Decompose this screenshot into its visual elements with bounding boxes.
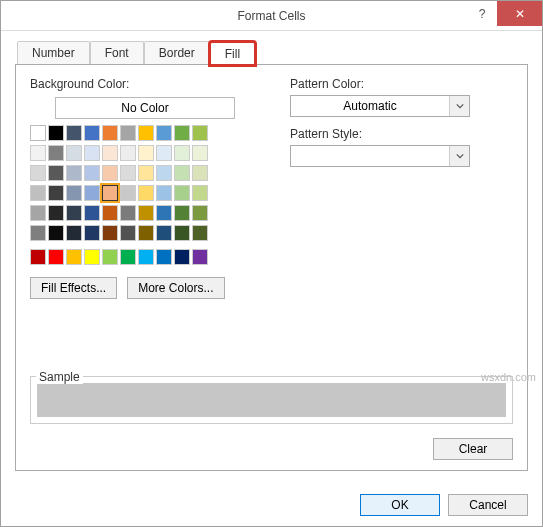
sample-fill [37, 383, 506, 417]
color-swatch[interactable] [156, 125, 172, 141]
color-swatch[interactable] [156, 165, 172, 181]
color-swatch[interactable] [156, 185, 172, 201]
color-swatch[interactable] [66, 249, 82, 265]
fill-effects-button[interactable]: Fill Effects... [30, 277, 117, 299]
color-swatch[interactable] [102, 205, 118, 221]
tab-font[interactable]: Font [90, 41, 144, 64]
color-swatch[interactable] [120, 145, 136, 161]
color-swatch[interactable] [84, 249, 100, 265]
color-swatch[interactable] [138, 145, 154, 161]
color-swatch[interactable] [102, 145, 118, 161]
fill-panel: Background Color: No Color Fill Effects.… [15, 65, 528, 471]
color-swatch-nocolor[interactable] [30, 125, 46, 141]
color-swatch[interactable] [120, 165, 136, 181]
color-swatch[interactable] [84, 185, 100, 201]
color-swatch[interactable] [138, 185, 154, 201]
dialog-buttons: OK Cancel [360, 494, 528, 516]
color-swatch[interactable] [192, 249, 208, 265]
clear-button[interactable]: Clear [433, 438, 513, 460]
color-swatch[interactable] [174, 125, 190, 141]
color-swatch[interactable] [192, 225, 208, 241]
color-swatch[interactable] [48, 125, 64, 141]
color-swatch[interactable] [30, 249, 46, 265]
window-title: Format Cells [237, 9, 305, 23]
color-swatch[interactable] [174, 145, 190, 161]
color-swatch[interactable] [174, 225, 190, 241]
close-button[interactable]: ✕ [497, 1, 542, 26]
color-swatch[interactable] [66, 125, 82, 141]
color-swatch[interactable] [66, 185, 82, 201]
color-swatch[interactable] [174, 249, 190, 265]
color-swatch[interactable] [120, 225, 136, 241]
color-swatch[interactable] [156, 205, 172, 221]
color-swatch[interactable] [102, 165, 118, 181]
theme-color-grid [30, 125, 260, 241]
pattern-color-combo[interactable]: Automatic [290, 95, 470, 117]
pattern-style-combo[interactable] [290, 145, 470, 167]
color-swatch[interactable] [66, 205, 82, 221]
tab-number[interactable]: Number [17, 41, 90, 64]
color-swatch[interactable] [138, 205, 154, 221]
color-swatch[interactable] [192, 205, 208, 221]
color-swatch[interactable] [84, 225, 100, 241]
titlebar: Format Cells ? ✕ [1, 1, 542, 31]
more-colors-button[interactable]: More Colors... [127, 277, 224, 299]
close-icon: ✕ [515, 7, 525, 21]
color-swatch[interactable] [30, 205, 46, 221]
color-swatch[interactable] [30, 185, 46, 201]
color-swatch[interactable] [156, 249, 172, 265]
color-swatch[interactable] [174, 165, 190, 181]
ok-button[interactable]: OK [360, 494, 440, 516]
color-swatch[interactable] [84, 205, 100, 221]
color-swatch[interactable] [84, 145, 100, 161]
background-color-section: Background Color: No Color Fill Effects.… [30, 77, 260, 299]
color-swatch[interactable] [192, 185, 208, 201]
cancel-button[interactable]: Cancel [448, 494, 528, 516]
color-swatch[interactable] [138, 125, 154, 141]
color-swatch[interactable] [120, 185, 136, 201]
color-swatch[interactable] [174, 185, 190, 201]
color-swatch[interactable] [30, 165, 46, 181]
color-swatch[interactable] [192, 145, 208, 161]
chevron-down-icon [449, 96, 469, 116]
pattern-color-label: Pattern Color: [290, 77, 513, 91]
color-swatch[interactable] [66, 145, 82, 161]
format-cells-dialog: Format Cells ? ✕ Number Font Border Fill… [0, 0, 543, 527]
tab-fill[interactable]: Fill [210, 42, 255, 65]
color-swatch[interactable] [66, 225, 82, 241]
color-swatch[interactable] [120, 125, 136, 141]
color-swatch[interactable] [48, 185, 64, 201]
color-swatch[interactable] [48, 165, 64, 181]
color-swatch[interactable] [48, 205, 64, 221]
color-swatch[interactable] [102, 185, 118, 201]
color-swatch[interactable] [84, 165, 100, 181]
window-controls: ? ✕ [467, 1, 542, 26]
background-color-label: Background Color: [30, 77, 260, 91]
tab-strip: Number Font Border Fill [15, 41, 528, 65]
color-swatch[interactable] [120, 249, 136, 265]
color-swatch[interactable] [192, 125, 208, 141]
help-button[interactable]: ? [467, 1, 497, 26]
tab-border[interactable]: Border [144, 41, 210, 64]
color-swatch[interactable] [48, 249, 64, 265]
color-swatch[interactable] [156, 225, 172, 241]
color-swatch[interactable] [102, 125, 118, 141]
chevron-down-icon [449, 146, 469, 166]
sample-box [30, 376, 513, 424]
color-swatch[interactable] [48, 225, 64, 241]
color-swatch[interactable] [84, 125, 100, 141]
color-swatch[interactable] [66, 165, 82, 181]
color-swatch[interactable] [138, 225, 154, 241]
color-swatch[interactable] [120, 205, 136, 221]
color-swatch[interactable] [138, 165, 154, 181]
color-swatch[interactable] [102, 249, 118, 265]
color-swatch[interactable] [192, 165, 208, 181]
color-swatch[interactable] [156, 145, 172, 161]
color-swatch[interactable] [174, 205, 190, 221]
color-swatch[interactable] [48, 145, 64, 161]
color-swatch[interactable] [138, 249, 154, 265]
color-swatch[interactable] [30, 225, 46, 241]
color-swatch[interactable] [30, 145, 46, 161]
color-swatch[interactable] [102, 225, 118, 241]
no-color-button[interactable]: No Color [55, 97, 235, 119]
